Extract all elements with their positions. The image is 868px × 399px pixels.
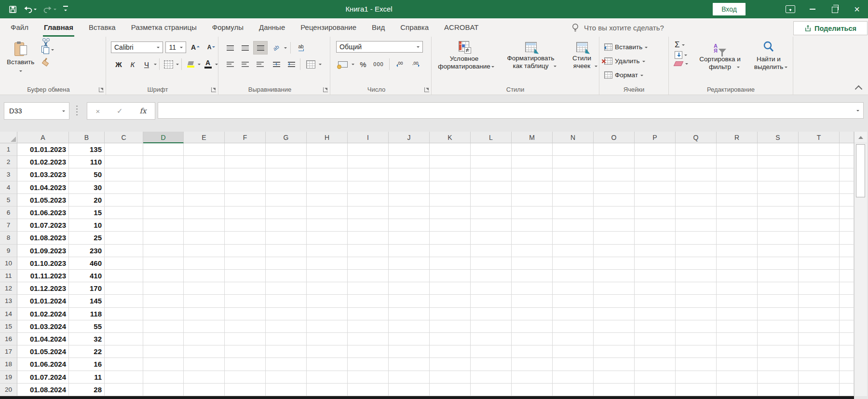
cell-E17[interactable] [184,345,225,358]
cell-B16[interactable]: 32 [69,333,105,345]
cell-J16[interactable] [389,333,430,345]
clear-button[interactable] [675,61,688,66]
cell-F15[interactable] [225,320,266,333]
column-header-O[interactable]: O [594,132,635,143]
cell-S13[interactable] [758,295,799,307]
align-top-icon[interactable] [223,41,237,54]
cell-R6[interactable] [717,206,758,219]
cell-J10[interactable] [389,257,430,270]
cell-J3[interactable] [389,168,430,181]
cell-T6[interactable] [799,206,840,219]
cell-O7[interactable] [594,219,635,232]
cell-J19[interactable] [389,371,430,384]
cell-partial[interactable] [840,206,854,219]
copy-button[interactable] [41,46,54,54]
cell-G3[interactable] [266,168,307,181]
cell-D5[interactable] [143,194,184,206]
cell-I8[interactable] [348,232,389,244]
cell-O10[interactable] [594,257,635,270]
cell-E6[interactable] [184,206,225,219]
cell-Q4[interactable] [676,181,717,194]
cell-O14[interactable] [594,308,635,320]
cell-M19[interactable] [512,371,553,384]
underline-dropdown-icon[interactable] [154,64,157,67]
cell-F11[interactable] [225,270,266,282]
cell-partial[interactable] [840,156,854,168]
cell-partial[interactable] [840,257,854,270]
cell-S5[interactable] [758,194,799,206]
cell-J15[interactable] [389,320,430,333]
cell-A8[interactable]: 01.08.2023 [17,232,69,244]
cell-J2[interactable] [389,156,430,168]
cell-P5[interactable] [635,194,676,206]
cell-T19[interactable] [799,371,840,384]
cell-N13[interactable] [553,295,594,307]
cell-H15[interactable] [307,320,348,333]
cell-P7[interactable] [635,219,676,232]
cell-F14[interactable] [225,308,266,320]
cell-T13[interactable] [799,295,840,307]
cell-L8[interactable] [471,232,512,244]
cell-A13[interactable]: 01.01.2024 [17,295,69,307]
cell-S9[interactable] [758,245,799,257]
cell-B11[interactable]: 410 [69,270,105,282]
cell-F3[interactable] [225,168,266,181]
cell-C15[interactable] [105,320,143,333]
cell-F20[interactable] [225,384,266,396]
cell-S19[interactable] [758,371,799,384]
cell-A10[interactable]: 01.10.2023 [17,257,69,270]
cell-K7[interactable] [430,219,471,232]
cell-Q7[interactable] [676,219,717,232]
tab-справка[interactable]: Справка [393,18,436,37]
cell-A9[interactable]: 01.09.2023 [17,245,69,257]
cell-Q1[interactable] [676,143,717,156]
align-right-icon[interactable] [253,58,267,70]
cell-M3[interactable] [512,168,553,181]
cell-E15[interactable] [184,320,225,333]
cell-H9[interactable] [307,245,348,257]
cell-styles-dropdown-icon[interactable] [595,66,597,69]
cell-R2[interactable] [717,156,758,168]
accounting-dropdown-icon[interactable] [352,64,354,67]
format-as-table-dropdown-icon[interactable] [554,66,556,69]
cell-B5[interactable]: 20 [69,194,105,206]
cell-G2[interactable] [266,156,307,168]
cell-O19[interactable] [594,371,635,384]
decrease-font-size-button[interactable]: А [204,41,218,54]
cell-S14[interactable] [758,308,799,320]
bold-button[interactable]: Ж [112,58,125,70]
cell-T11[interactable] [799,270,840,282]
cell-partial[interactable] [840,194,854,206]
cell-D9[interactable] [143,245,184,257]
cell-D4[interactable] [143,181,184,194]
cell-O17[interactable] [594,345,635,358]
paste-button[interactable]: Вставить [7,41,34,73]
cell-O16[interactable] [594,333,635,345]
cell-M4[interactable] [512,181,553,194]
cell-C6[interactable] [105,206,143,219]
cell-K16[interactable] [430,333,471,345]
cell-G17[interactable] [266,345,307,358]
cell-N12[interactable] [553,282,594,295]
cell-G5[interactable] [266,194,307,206]
cell-S12[interactable] [758,282,799,295]
cell-N5[interactable] [553,194,594,206]
sign-in-button[interactable]: Вход [713,3,746,15]
cell-O5[interactable] [594,194,635,206]
cell-C14[interactable] [105,308,143,320]
name-box-dropdown-icon[interactable] [62,110,65,113]
sort-filter-dropdown-icon[interactable] [737,67,740,69]
cell-M15[interactable] [512,320,553,333]
cell-I2[interactable] [348,156,389,168]
cell-R4[interactable] [717,181,758,194]
cell-K9[interactable] [430,245,471,257]
cell-H17[interactable] [307,345,348,358]
row-header-20[interactable]: 20 [0,384,17,396]
cell-C19[interactable] [105,371,143,384]
cell-S1[interactable] [758,143,799,156]
cell-K20[interactable] [430,384,471,396]
cell-H1[interactable] [307,143,348,156]
fill-color-icon[interactable] [184,58,197,70]
cell-H6[interactable] [307,206,348,219]
cell-O3[interactable] [594,168,635,181]
